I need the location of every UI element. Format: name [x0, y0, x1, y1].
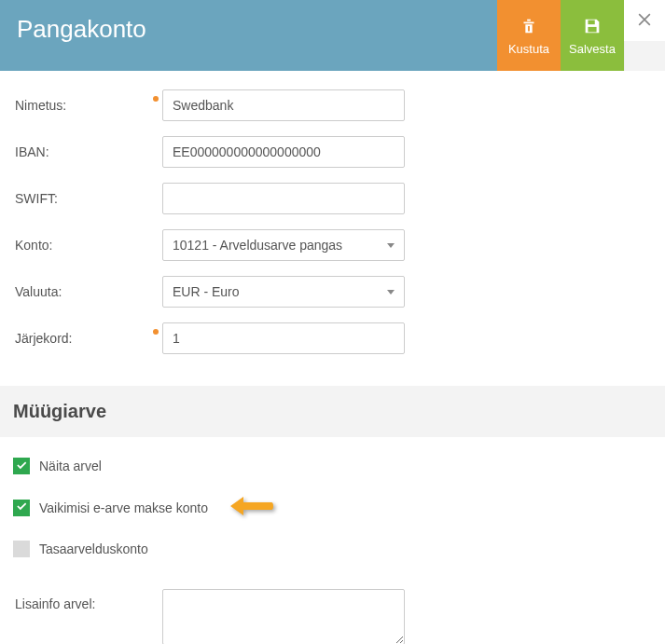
dialog-header: Pangakonto Kustuta Salvesta	[0, 0, 665, 71]
checkbox-offset-account[interactable]	[13, 541, 30, 557]
currency-select[interactable]: EUR - Euro	[162, 276, 405, 308]
delete-label: Kustuta	[508, 42, 549, 56]
label-account: Konto:	[13, 238, 162, 253]
close-button[interactable]	[624, 0, 665, 41]
label-show-on-invoice: Näita arvel	[39, 459, 102, 473]
label-extra-info: Lisainfo arvel:	[13, 589, 162, 611]
name-input[interactable]	[162, 89, 405, 121]
row-swift: SWIFT:	[13, 183, 652, 214]
order-input[interactable]	[162, 322, 405, 354]
check-icon	[15, 500, 28, 515]
svg-rect-1	[528, 26, 530, 32]
caret-down-icon	[387, 243, 395, 248]
row-offset-account: Tasaarvelduskonto	[0, 541, 665, 557]
arrow-left-icon	[229, 495, 273, 520]
label-order-text: Järjekord:	[15, 331, 72, 346]
extra-info-textarea[interactable]	[162, 589, 405, 644]
currency-selected-value: EUR - Euro	[173, 284, 240, 299]
account-select[interactable]: 10121 - Arveldusarve pangas	[162, 229, 405, 261]
checkbox-show-on-invoice[interactable]	[13, 458, 30, 474]
save-icon	[582, 16, 603, 36]
label-default-einvoice: Vaikimisi e-arve makse konto	[39, 500, 208, 515]
row-account: Konto: 10121 - Arveldusarve pangas	[13, 229, 652, 261]
delete-button[interactable]: Kustuta	[497, 0, 561, 71]
svg-rect-0	[527, 19, 531, 21]
row-show-on-invoice: Näita arvel	[0, 458, 665, 474]
header-actions: Kustuta Salvesta	[497, 0, 665, 71]
svg-rect-2	[588, 20, 594, 24]
row-default-einvoice: Vaikimisi e-arve makse konto	[0, 495, 665, 520]
label-currency: Valuuta:	[13, 284, 162, 299]
header-tail	[624, 41, 665, 71]
row-iban: IBAN:	[13, 136, 652, 168]
row-order: Järjekord:	[13, 322, 652, 354]
trash-icon	[519, 16, 539, 36]
svg-rect-3	[588, 26, 596, 31]
label-name-text: Nimetus:	[15, 98, 66, 113]
caret-down-icon	[387, 290, 395, 295]
section-sales-invoice: Müügiarve	[0, 386, 665, 437]
row-name: Nimetus:	[13, 89, 652, 121]
row-currency: Valuuta: EUR - Euro	[13, 276, 652, 308]
label-offset-account: Tasaarvelduskonto	[39, 541, 148, 556]
label-name: Nimetus:	[13, 98, 162, 113]
checkbox-default-einvoice[interactable]	[13, 500, 30, 516]
close-icon	[635, 10, 654, 32]
label-swift: SWIFT:	[13, 191, 162, 206]
dialog-title: Pangakonto	[0, 0, 497, 71]
check-icon	[15, 459, 28, 474]
required-dot-icon	[153, 329, 159, 335]
account-selected-value: 10121 - Arveldusarve pangas	[173, 238, 342, 253]
save-button[interactable]: Salvesta	[561, 0, 624, 71]
form-area: Nimetus: IBAN: SWIFT: Konto: 10121 - Arv…	[0, 71, 665, 371]
row-extra-info: Lisainfo arvel:	[0, 578, 665, 644]
iban-input[interactable]	[162, 136, 405, 168]
label-order: Järjekord:	[13, 331, 162, 346]
save-label: Salvesta	[569, 42, 616, 56]
section-title: Müügiarve	[13, 401, 652, 422]
swift-input[interactable]	[162, 183, 405, 214]
label-iban: IBAN:	[13, 144, 162, 159]
required-dot-icon	[153, 96, 159, 102]
